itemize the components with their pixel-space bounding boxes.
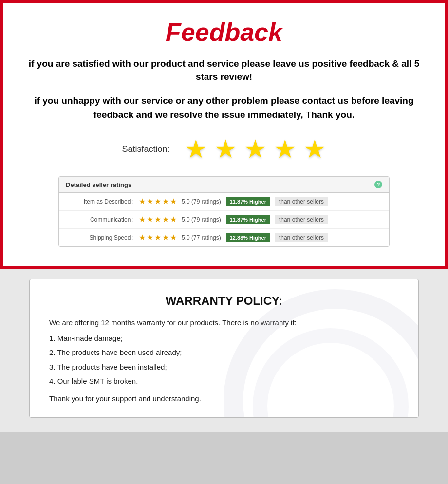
mini-star: ★ — [154, 216, 161, 223]
rating-label-0: Item as Described : — [66, 198, 134, 205]
mini-stars-0: ★ ★ ★ ★ ★ — [139, 198, 177, 205]
mini-stars-1: ★ ★ ★ ★ ★ — [139, 216, 177, 223]
mini-star: ★ — [162, 198, 169, 205]
mini-star: ★ — [139, 198, 146, 205]
mini-star: ★ — [154, 234, 161, 242]
rating-score-1: 5.0 (79 ratings) — [182, 216, 221, 223]
rating-badge-0: 11.87% Higher — [226, 197, 270, 206]
ratings-header: Detailed seller ratings ? — [59, 177, 389, 193]
rating-label-1: Communication : — [66, 216, 134, 223]
rating-row-2: Shipping Speed : ★ ★ ★ ★ ★ 5.0 (77 ratin… — [59, 229, 389, 246]
feedback-note: if you unhappy with our service or any o… — [22, 94, 426, 122]
rating-compare-2: than other sellers — [275, 233, 328, 242]
rating-compare-0: than other sellers — [275, 197, 328, 206]
warranty-title: WARRANTY POLICY: — [49, 294, 399, 308]
rating-compare-1: than other sellers — [275, 215, 328, 224]
warranty-item-3: 4. Our lable SMT is broken. — [49, 375, 399, 388]
star-2: ★ — [214, 136, 237, 162]
warranty-text: We are offering 12 months warranty for o… — [49, 316, 399, 388]
help-icon[interactable]: ? — [374, 181, 382, 188]
mini-star: ★ — [147, 198, 153, 205]
star-5: ★ — [303, 136, 326, 162]
warranty-section: WARRANTY POLICY: We are offering 12 mont… — [0, 269, 448, 432]
mini-star: ★ — [170, 234, 177, 242]
satisfaction-label: Satisfaction: — [122, 144, 169, 154]
rating-badge-2: 12.88% Higher — [226, 233, 270, 242]
mini-star: ★ — [139, 216, 146, 223]
warranty-intro: We are offering 12 months warranty for o… — [49, 316, 399, 329]
rating-badge-1: 11.87% Higher — [226, 215, 270, 224]
star-1: ★ — [185, 136, 207, 162]
feedback-subtitle: if you are satisfied with our product an… — [22, 57, 426, 83]
mini-star: ★ — [170, 216, 177, 223]
rating-score-0: 5.0 (79 ratings) — [182, 198, 221, 205]
warranty-card: WARRANTY POLICY: We are offering 12 mont… — [29, 279, 419, 418]
feedback-title: Feedback — [22, 18, 426, 47]
warranty-thanks: Thank you for your support and understan… — [49, 394, 399, 403]
satisfaction-row: Satisfaction: ★ ★ ★ ★ ★ — [22, 136, 426, 162]
mini-star: ★ — [147, 216, 153, 223]
mini-star: ★ — [170, 198, 177, 205]
mini-star: ★ — [162, 216, 169, 223]
mini-star: ★ — [147, 234, 153, 242]
mini-star: ★ — [154, 198, 161, 205]
rating-score-2: 5.0 (77 ratings) — [182, 234, 221, 241]
feedback-section: Feedback if you are satisfied with our p… — [0, 0, 448, 269]
warranty-item-2: 3. The products have been installed; — [49, 361, 399, 373]
ratings-header-title: Detailed seller ratings — [66, 181, 131, 188]
warranty-item-1: 2. The products have been used already; — [49, 346, 399, 359]
warranty-item-0: 1. Man-made damage; — [49, 332, 399, 345]
mini-stars-2: ★ ★ ★ ★ ★ — [139, 234, 177, 242]
rating-label-2: Shipping Speed : — [66, 234, 134, 241]
rating-row-0: Item as Described : ★ ★ ★ ★ ★ 5.0 (79 ra… — [59, 193, 389, 211]
star-4: ★ — [274, 136, 297, 162]
mini-star: ★ — [162, 234, 169, 242]
rating-row-1: Communication : ★ ★ ★ ★ ★ 5.0 (79 rating… — [59, 211, 389, 229]
stars-container: ★ ★ ★ ★ ★ — [185, 136, 326, 162]
mini-star: ★ — [139, 234, 146, 242]
star-3: ★ — [244, 136, 267, 162]
ratings-box: Detailed seller ratings ? Item as Descri… — [58, 176, 390, 247]
